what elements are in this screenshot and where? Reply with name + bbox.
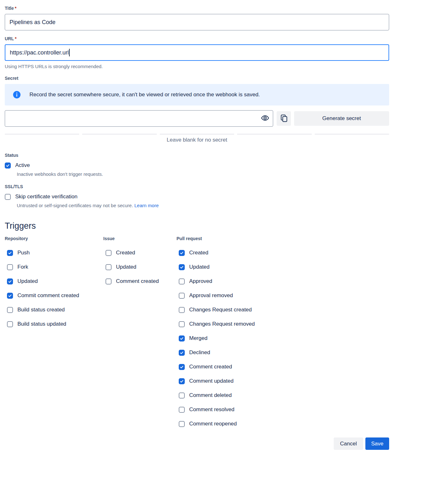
- trigger-checkbox-row[interactable]: Comment updated: [179, 378, 255, 384]
- title-input[interactable]: [5, 14, 389, 30]
- secret-input-wrap: [5, 110, 273, 127]
- cancel-button[interactable]: Cancel: [334, 437, 363, 450]
- checkbox-unchecked[interactable]: [179, 407, 185, 413]
- triggers-heading: Triggers: [5, 221, 389, 231]
- trigger-column-repository: RepositoryPushForkUpdatedCommit comment …: [5, 236, 103, 427]
- trigger-checkbox-row[interactable]: Commit comment created: [7, 292, 103, 299]
- checkbox-unchecked[interactable]: [106, 250, 112, 256]
- checkbox-unchecked[interactable]: [106, 264, 112, 270]
- trigger-checkbox-row[interactable]: Created: [106, 250, 177, 256]
- url-helper-text: Using HTTPS URLs is strongly recommended…: [5, 64, 389, 69]
- trigger-checkbox-row[interactable]: Comment created: [179, 364, 255, 370]
- trigger-checkbox-row[interactable]: Created: [179, 250, 255, 256]
- checkbox-checked[interactable]: [179, 378, 185, 384]
- ssl-helper-text: Untrusted or self-signed certificates ma…: [17, 203, 389, 208]
- checkbox-unchecked[interactable]: [179, 321, 185, 327]
- trigger-column-pull-request: Pull requestCreatedUpdatedApprovedApprov…: [177, 236, 255, 427]
- trigger-checkbox-label: Comment created: [189, 364, 232, 370]
- trigger-checkbox-row[interactable]: Changes Request removed: [179, 321, 255, 327]
- checkbox-unchecked[interactable]: [179, 293, 185, 299]
- checkbox-checked[interactable]: [5, 163, 11, 169]
- trigger-checkbox-label: Created: [189, 250, 208, 256]
- eye-icon: [261, 114, 269, 123]
- url-label-text: URL: [5, 36, 14, 41]
- copy-secret-button[interactable]: [277, 111, 291, 126]
- trigger-column-header: Pull request: [177, 236, 255, 241]
- trigger-checkbox-label: Commit comment created: [17, 292, 79, 299]
- trigger-checkbox-row[interactable]: Declined: [179, 349, 255, 356]
- checkbox-checked[interactable]: [179, 335, 185, 341]
- meter-segment: [82, 134, 157, 135]
- trigger-column-issue: IssueCreatedUpdatedComment created: [103, 236, 177, 427]
- checkbox-unchecked[interactable]: [7, 321, 13, 327]
- meter-segment: [160, 134, 234, 135]
- checkbox-checked[interactable]: [7, 250, 13, 256]
- trigger-checkbox-row[interactable]: Comment created: [106, 278, 177, 284]
- save-button[interactable]: Save: [365, 437, 389, 450]
- trigger-checkbox-row[interactable]: Updated: [106, 264, 177, 270]
- trigger-checkbox-label: Created: [116, 250, 135, 256]
- triggers-columns: RepositoryPushForkUpdatedCommit comment …: [5, 236, 389, 427]
- trigger-checkbox-row[interactable]: Fork: [7, 264, 103, 270]
- trigger-checkbox-list: CreatedUpdatedComment created: [103, 250, 177, 284]
- generate-secret-button[interactable]: Generate secret: [294, 111, 389, 126]
- webhook-form: Title* URL* https://pac.controller.url U…: [5, 0, 389, 450]
- required-asterisk: *: [15, 36, 16, 41]
- checkbox-unchecked[interactable]: [179, 421, 185, 427]
- trigger-checkbox-label: Updated: [17, 278, 38, 284]
- status-label: Status: [5, 153, 389, 158]
- url-label: URL*: [5, 36, 389, 41]
- secret-strength-meter: [5, 134, 389, 135]
- secret-helper-text: Leave blank for no secret: [5, 137, 389, 143]
- trigger-checkbox-label: Updated: [189, 264, 209, 270]
- url-input-value: https://pac.controller.url: [10, 49, 69, 56]
- required-asterisk: *: [15, 6, 16, 11]
- trigger-checkbox-row[interactable]: Approved: [179, 278, 255, 284]
- info-icon: [12, 90, 21, 99]
- skip-cert-checkbox-row[interactable]: Skip certificate verification: [5, 194, 389, 200]
- checkbox-unchecked[interactable]: [7, 307, 13, 313]
- trigger-column-header: Repository: [5, 236, 103, 241]
- checkbox-unchecked[interactable]: [7, 264, 13, 270]
- learn-more-link[interactable]: Learn more: [134, 203, 159, 208]
- trigger-checkbox-label: Push: [17, 250, 30, 256]
- trigger-checkbox-row[interactable]: Build status updated: [7, 321, 103, 327]
- trigger-checkbox-row[interactable]: Updated: [179, 264, 255, 270]
- trigger-checkbox-row[interactable]: Merged: [179, 335, 255, 341]
- trigger-checkbox-label: Approval removed: [189, 292, 233, 299]
- trigger-checkbox-row[interactable]: Comment reopened: [179, 421, 255, 427]
- trigger-checkbox-row[interactable]: Push: [7, 250, 103, 256]
- trigger-checkbox-row[interactable]: Comment deleted: [179, 392, 255, 399]
- active-checkbox-row[interactable]: Active: [5, 162, 389, 169]
- checkbox-checked[interactable]: [179, 364, 185, 370]
- url-input[interactable]: https://pac.controller.url: [5, 44, 389, 61]
- trigger-checkbox-row[interactable]: Build status created: [7, 307, 103, 313]
- trigger-checkbox-row[interactable]: Changes Request created: [179, 307, 255, 313]
- checkbox-checked[interactable]: [7, 293, 13, 299]
- checkbox-unchecked[interactable]: [179, 307, 185, 313]
- meter-segment: [237, 134, 312, 135]
- trigger-checkbox-row[interactable]: Comment resolved: [179, 406, 255, 413]
- checkbox-checked[interactable]: [179, 250, 185, 256]
- trigger-checkbox-row[interactable]: Updated: [7, 278, 103, 284]
- trigger-checkbox-label: Comment deleted: [189, 392, 232, 399]
- checkbox-unchecked[interactable]: [106, 278, 112, 284]
- checkbox-checked[interactable]: [179, 350, 185, 356]
- meter-segment: [5, 134, 79, 135]
- trigger-checkbox-label: Comment resolved: [189, 406, 234, 413]
- checkbox-checked[interactable]: [179, 264, 185, 270]
- trigger-checkbox-row[interactable]: Approval removed: [179, 292, 255, 299]
- ssl-section: SSL/TLS Skip certificate verification Un…: [5, 184, 389, 208]
- show-secret-button[interactable]: [260, 113, 270, 124]
- trigger-checkbox-label: Declined: [189, 349, 210, 356]
- trigger-checkbox-label: Build status created: [17, 307, 65, 313]
- secret-input[interactable]: [5, 110, 273, 127]
- checkbox-unchecked[interactable]: [5, 194, 11, 200]
- text-cursor: [69, 49, 70, 56]
- trigger-checkbox-list: CreatedUpdatedApprovedApproval removedCh…: [177, 250, 255, 427]
- checkbox-checked[interactable]: [7, 278, 13, 284]
- checkbox-unchecked[interactable]: [179, 278, 185, 284]
- trigger-column-header: Issue: [103, 236, 177, 241]
- checkbox-unchecked[interactable]: [179, 392, 185, 399]
- title-label: Title*: [5, 6, 389, 11]
